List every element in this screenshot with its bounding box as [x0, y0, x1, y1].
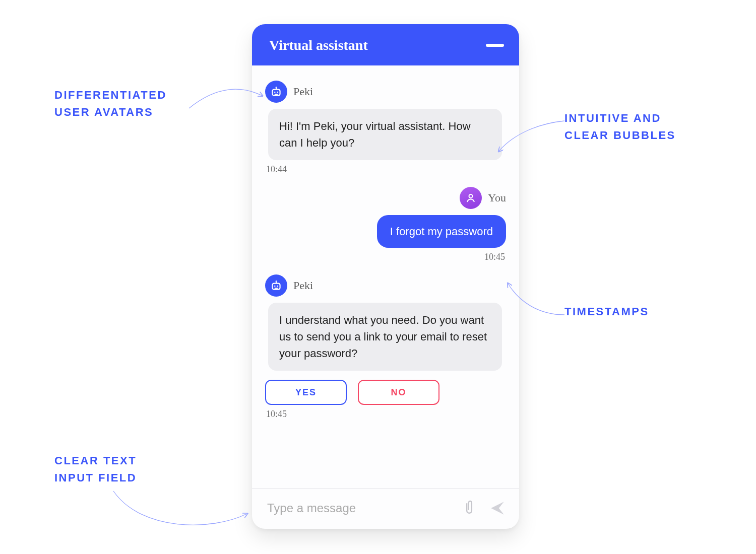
user-bubble-row: I forgot my password [265, 215, 506, 248]
chat-body: Peki Hi! I'm Peki, your virtual assistan… [252, 65, 519, 488]
quick-reply-row: YES NO [265, 380, 506, 405]
minimize-icon[interactable] [486, 44, 504, 47]
chat-header: Virtual assistant [252, 24, 519, 65]
callout-input: CLEAR TEXT INPUT FIELD [54, 452, 137, 487]
user-avatar [460, 187, 482, 209]
attach-button[interactable] [460, 499, 479, 518]
svg-point-8 [274, 286, 276, 287]
timestamp: 10:45 [266, 252, 505, 262]
bot-avatar [265, 81, 287, 103]
no-button[interactable]: NO [358, 380, 439, 405]
sender-row-user: You [265, 187, 506, 209]
callout-line: TIMESTAMPS [564, 305, 649, 318]
person-icon [465, 192, 477, 204]
bot-avatar [265, 274, 287, 297]
callout-line: CLEAR TEXT [54, 454, 137, 467]
send-button[interactable] [488, 499, 507, 518]
sender-name-user: You [488, 191, 506, 204]
robot-icon [270, 85, 283, 98]
callout-line: USER AVATARS [54, 106, 153, 118]
robot-icon [270, 279, 283, 292]
send-icon [489, 500, 506, 517]
sender-row-bot: Peki [265, 274, 506, 297]
chat-widget: Virtual assistant Peki Hi! I'm Peki, you… [252, 24, 519, 529]
timestamp: 10:45 [266, 409, 505, 420]
chat-footer [252, 488, 519, 529]
message-bubble-bot: Hi! I'm Peki, your virtual assistant. Ho… [268, 109, 502, 160]
chat-title: Virtual assistant [269, 37, 368, 53]
message-bubble-user: I forgot my password [377, 215, 506, 248]
sender-name-bot: Peki [293, 85, 313, 98]
sender-row-bot: Peki [265, 81, 506, 103]
svg-point-2 [277, 92, 278, 93]
timestamp: 10:44 [266, 164, 505, 175]
svg-point-12 [276, 281, 277, 282]
sender-name-bot: Peki [293, 279, 313, 292]
svg-point-9 [277, 286, 278, 287]
arrow-icon [111, 483, 252, 539]
svg-point-1 [274, 92, 276, 93]
svg-point-5 [276, 87, 277, 88]
callout-line: INTUITIVE AND [564, 112, 661, 124]
callout-line: INPUT FIELD [54, 471, 137, 484]
message-bubble-bot: I understand what you need. Do you want … [268, 303, 502, 371]
paperclip-icon [462, 500, 477, 517]
svg-point-6 [469, 194, 473, 198]
yes-button[interactable]: YES [265, 380, 347, 405]
callout-avatars: DIFFERENTIATED USER AVATARS [54, 87, 167, 121]
callout-line: CLEAR BUBBLES [564, 129, 676, 142]
callout-timestamps: TIMESTAMPS [564, 303, 649, 320]
callout-line: DIFFERENTIATED [54, 89, 167, 101]
message-input[interactable] [266, 501, 451, 516]
callout-bubbles: INTUITIVE AND CLEAR BUBBLES [564, 110, 676, 144]
